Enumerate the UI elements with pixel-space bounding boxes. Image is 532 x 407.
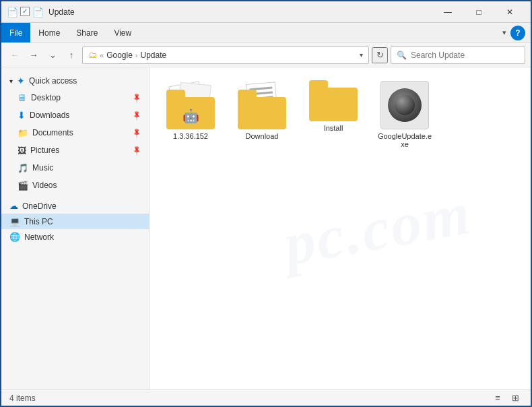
file-item-2[interactable]: Download: [232, 78, 292, 151]
sidebar-label-pictures: Pictures: [30, 146, 59, 155]
up-button[interactable]: ↑: [63, 47, 79, 63]
sidebar-item-music[interactable]: 🎵 Music: [1, 159, 149, 177]
sidebar-item-documents[interactable]: 📁 Documents 📌: [1, 124, 149, 142]
videos-icon: 🎬: [18, 181, 28, 191]
menu-home[interactable]: Home: [30, 23, 68, 42]
sidebar-label-network: Network: [24, 232, 54, 242]
file-4-label: GoogleUpdate.exe: [377, 132, 432, 148]
minimize-button[interactable]: —: [432, 1, 463, 23]
title-icon-3: 📄: [32, 7, 43, 18]
file-item-4[interactable]: GoogleUpdate.exe: [374, 78, 435, 151]
sidebar-thispc-header[interactable]: 💻 This PC: [1, 214, 149, 229]
breadcrumb-part-google: Google: [106, 51, 133, 60]
search-bar[interactable]: 🔍: [391, 46, 525, 64]
sidebar-label-documents: Documents: [32, 128, 73, 137]
watermark: pc.com: [279, 178, 477, 279]
downloads-arrow-icon: ⬇: [18, 110, 26, 121]
network-icon: 🌐: [9, 232, 20, 242]
desktop-folder-icon: 🖥: [18, 92, 27, 103]
menu-bar: File Home Share View ▾ ?: [1, 23, 531, 43]
exe-icon: [380, 81, 429, 129]
sidebar-label-downloads: Downloads: [30, 111, 69, 120]
breadcrumb-dropdown-icon[interactable]: ▾: [360, 51, 363, 59]
breadcrumb-part-update: Update: [141, 51, 167, 60]
sidebar-quick-access-header[interactable]: ▾ ✦ Quick access: [1, 73, 149, 89]
file-area: pc.com 🤖 1.3.36.152: [149, 67, 531, 389]
sidebar-item-downloads[interactable]: ⬇ Downloads 📌: [1, 106, 149, 124]
file-item-1[interactable]: 🤖 1.3.36.152: [160, 78, 221, 151]
menu-expand-icon[interactable]: ▾: [502, 28, 506, 37]
sidebar-label-music: Music: [32, 163, 53, 173]
desktop-pin-icon: 📌: [131, 92, 142, 103]
sidebar-label-onedrive: OneDrive: [22, 201, 57, 211]
quick-access-chevron-icon: ▾: [9, 77, 13, 85]
onedrive-icon: ☁: [9, 201, 18, 211]
thispc-icon: 💻: [9, 216, 20, 226]
title-icon-2: ✓: [20, 7, 30, 16]
close-button[interactable]: ✕: [494, 1, 525, 23]
menu-chevron-area: ▾ ?: [502, 26, 531, 40]
sidebar-item-desktop[interactable]: 🖥 Desktop 📌: [1, 89, 149, 106]
menu-share[interactable]: Share: [68, 23, 106, 42]
title-bar-icons: 📄 ✓ 📄: [7, 7, 43, 18]
file-3-label: Install: [324, 124, 343, 132]
menu-view[interactable]: View: [106, 23, 139, 42]
sidebar-item-videos[interactable]: 🎬 Videos: [1, 177, 149, 194]
sidebar-label-thispc: This PC: [24, 217, 53, 226]
breadcrumb-folder-icon: 🗂: [88, 50, 97, 60]
folder-3-icon: [309, 81, 358, 121]
back-button[interactable]: ←: [7, 47, 23, 63]
search-input[interactable]: [411, 51, 519, 60]
file-1-label: 1.3.36.152: [173, 132, 208, 140]
help-button[interactable]: ?: [510, 26, 525, 40]
main-content: ▾ ✦ Quick access 🖥 Desktop 📌 ⬇ Downloads…: [1, 67, 531, 389]
sidebar-label-videos: Videos: [32, 181, 57, 190]
sidebar: ▾ ✦ Quick access 🖥 Desktop 📌 ⬇ Downloads…: [1, 67, 149, 389]
search-icon: 🔍: [397, 51, 407, 60]
forward-button[interactable]: →: [26, 47, 42, 63]
pictures-pin-icon: 📌: [131, 145, 142, 156]
files-grid: 🤖 1.3.36.152: [160, 78, 520, 151]
item-count: 4 items: [9, 394, 36, 403]
grid-view-button[interactable]: ⊞: [508, 392, 523, 404]
file-2-label: Download: [246, 132, 279, 140]
folder-2-icon: [238, 81, 286, 129]
documents-pin-icon: 📌: [131, 127, 142, 138]
folder-1-icon: 🤖: [166, 81, 215, 129]
pictures-folder-icon: 🖼: [18, 146, 26, 156]
downloads-pin-icon: 📌: [131, 110, 142, 121]
explorer-window: 📄 ✓ 📄 Update — □ ✕ File Home Share View …: [0, 0, 532, 407]
sidebar-label-desktop: Desktop: [31, 93, 61, 102]
recent-button[interactable]: ⌄: [44, 47, 61, 63]
sidebar-item-pictures[interactable]: 🖼 Pictures 📌: [1, 142, 149, 159]
window-controls: — □ ✕: [432, 1, 525, 23]
file-item-3[interactable]: Install: [303, 78, 364, 151]
title-icon-1: 📄: [7, 7, 18, 18]
music-icon: 🎵: [18, 163, 28, 173]
refresh-button[interactable]: ↻: [372, 47, 388, 63]
sidebar-onedrive-header[interactable]: ☁ OneDrive: [1, 198, 149, 214]
quick-access-star-icon: ✦: [17, 75, 25, 86]
breadcrumb-google[interactable]: Google › Update: [106, 51, 166, 60]
breadcrumb-arrow: ›: [135, 51, 138, 59]
breadcrumb[interactable]: 🗂 « Google › Update ▾: [82, 46, 369, 64]
view-controls: ≡ ⊞: [490, 392, 523, 404]
address-bar: ← → ⌄ ↑ 🗂 « Google › Update ▾ ↻ 🔍: [1, 43, 531, 67]
maximize-button[interactable]: □: [463, 1, 494, 23]
title-bar: 📄 ✓ 📄 Update — □ ✕: [1, 1, 531, 23]
folder-1-emoji: 🤖: [182, 108, 199, 124]
list-view-button[interactable]: ≡: [490, 392, 505, 404]
status-bar: 4 items ≡ ⊞: [1, 389, 531, 406]
menu-file[interactable]: File: [1, 23, 30, 42]
breadcrumb-sep0: «: [100, 51, 104, 59]
quick-access-label: Quick access: [29, 76, 77, 86]
documents-folder-icon: 📁: [18, 128, 28, 138]
sidebar-network-header[interactable]: 🌐 Network: [1, 229, 149, 245]
window-title: Update: [48, 7, 432, 17]
